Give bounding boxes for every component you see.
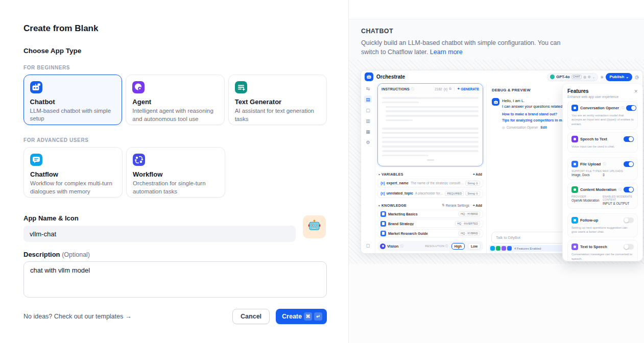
retrieval-badge: HQ · HYBRID [459,211,480,216]
suggestion-links[interactable]: How to make a brand stand out?Bes [502,112,570,116]
close-icon[interactable]: ✕ [634,89,638,94]
follow-up-icon [571,217,578,224]
description-optional-label: (Optional) [62,251,90,258]
model-selector[interactable]: GPT-4o CHAT ◍ ⚙ ⌄ [547,73,598,81]
sidebar-collapse-icon[interactable]: ◻ [364,241,372,249]
model-config-icon[interactable]: ≡ [601,75,603,80]
app-avatar [365,72,373,81]
card-title: Text Generator [235,98,320,106]
rerank-settings-button[interactable]: ⇅Rerank Settings [442,203,469,207]
beginner-cards: Chatbot LLM-based chatbot with simple se… [23,75,327,125]
resolution-high-button[interactable]: High [451,243,465,250]
resize-handle[interactable] [427,159,434,161]
app-name-label: App Name & Icon [23,214,327,222]
text-to-speech-toggle[interactable] [624,244,634,250]
app-name-input[interactable] [23,226,296,242]
app-type-summary: CHATBOT Quickly build an LLM-based chatb… [349,19,644,60]
templates-link[interactable]: No ideas? Check out our templates→ [23,313,132,320]
sidebar-settings-icon[interactable]: ⚙ [364,138,372,146]
app-type-card-chatflow[interactable]: Chatflow Workflow for complex multi-turn… [23,147,123,198]
feature-item-file-upload: File Upload ⓘ SUPPORT FILE TYPESImage, D… [567,157,638,180]
variable-row[interactable]: {x} expert_name The name of the strategi… [377,179,483,187]
instructions-skeleton [378,94,483,161]
page-title: Create from Blank [23,23,327,34]
knowledge-row[interactable]: Marketing Basics HQ · HYBRID [377,210,483,218]
app-type-card-text-generator[interactable]: Text Generator AI assistant for text gen… [228,75,327,125]
rerank-icon: ⇅ [442,203,444,207]
card-title: Agent [132,98,218,106]
bot-greeting: Hello, I am L.I can answer your question… [502,98,570,110]
card-title: Workflow [133,170,219,178]
document-icon [380,211,386,217]
sidebar-notes-icon[interactable]: ▦ [364,128,372,135]
opener-icon: ◎ [502,126,505,130]
variable-icon: {x} [380,191,385,195]
model-name: GPT-4o [556,75,569,79]
enter-key-icon: ↵ [314,312,322,321]
description-label: Description (Optional) [23,251,327,258]
robot-emoji-icon [307,218,322,235]
document-icon [380,231,386,236]
advanced-cards: Chatflow Workflow for complex multi-turn… [23,147,327,198]
variable-brackets-icon[interactable]: {x} [444,87,448,91]
instructions-header: INSTRUCTIONS ⓘ 2182 {x} ⧉ ✦GENERATE [378,84,483,94]
generate-button[interactable]: ✦GENERATE [457,87,479,91]
content-moderation-icon [571,186,578,193]
sidebar-preview-icon[interactable]: ▢ [364,106,372,114]
type-badge: String ⊙ [465,191,480,196]
follow-up-toggle[interactable] [624,217,634,223]
suggestion-link[interactable]: Tips for analyzing competitors in market [502,118,570,122]
add-knowledge-button[interactable]: + Add [473,204,482,207]
chevron-down-icon: ⌄ [592,75,595,79]
instructions-label: INSTRUCTIONS [381,87,410,91]
cancel-button[interactable]: Cancel [232,309,270,324]
sidebar-orchestrate-icon[interactable]: ▤ [364,95,372,103]
app-type-card-chatbot[interactable]: Chatbot LLM-based chatbot with simple se… [23,75,122,125]
preview-panel: CHATBOT Quickly build an LLM-based chatb… [348,0,644,343]
arrow-right-icon: → [125,313,132,320]
model-mode-badge: CHAT [571,75,582,79]
app-type-description: Quickly build an LLM-based chatbot with … [361,38,576,57]
app-type-card-workflow[interactable]: Workflow Orchestration for single-turn a… [126,147,225,198]
chevron-down-icon[interactable]: ▾ [378,173,380,176]
app-type-card-agent[interactable]: Agent Intelligent agent with reasoning a… [126,75,224,125]
history-icon[interactable]: ◷ [635,75,639,80]
chevron-down-icon[interactable]: ▾ [378,204,380,207]
conversation-opener-toggle[interactable] [626,105,636,111]
content-moderation-toggle[interactable] [624,187,634,192]
features-enabled-label: 4 Features Enabled [514,247,541,250]
learn-more-link[interactable]: Learn more [430,48,463,56]
sidebar-exchange-icon[interactable]: ⇆ [364,85,372,92]
type-badge: String ⊙ [465,181,480,186]
vision-row: Vision ⓘ RESOLUTION ⓘ High Low [377,241,483,251]
copy-icon[interactable]: ⧉ [449,87,451,91]
knowledge-row[interactable]: Brand Strategy HQ · INVERTED [377,219,483,228]
agent-icon [132,81,145,93]
card-desc: AI assistant for text generation tasks [235,107,320,123]
knowledge-row[interactable]: Market Research Guide HQ · HYBRID [377,229,483,237]
speech-to-text-toggle[interactable] [624,136,634,142]
variable-row[interactable]: {x} unrelated_topic A placeholder for to… [377,189,483,198]
create-button[interactable]: Create ⌘ ↵ [276,309,327,324]
card-title: Chatbot [30,98,116,106]
add-variable-button[interactable]: + Add [473,173,482,176]
file-upload-toggle[interactable] [624,161,634,167]
sidebar-logs-icon[interactable]: ▥ [364,117,372,125]
chatflow-icon [30,154,42,166]
edit-opener-link[interactable]: Edit [540,126,546,129]
divider [454,87,455,91]
cmd-key-icon: ⌘ [304,312,312,321]
publish-button[interactable]: Publish⌄ [606,73,632,81]
workflow-icon [133,154,145,166]
resolution-low-button[interactable]: Low [468,243,481,250]
card-desc: Workflow for complex multi-turn dialogue… [30,180,116,195]
conversation-opener-chip-icon [490,246,495,251]
enabled-features-strip: 4 Features Enabled [489,245,566,252]
variables-header: ▾ VARIABLES + Add [377,171,483,177]
description-input[interactable]: chat with vllm model [23,261,327,298]
bot-avatar [492,98,499,106]
variable-icon: {x} [380,181,385,185]
app-icon-picker[interactable] [303,215,326,238]
settings-icon: ⚙ [588,75,591,79]
features-panel: Features ✕ Enhance web app user experien… [562,83,643,261]
